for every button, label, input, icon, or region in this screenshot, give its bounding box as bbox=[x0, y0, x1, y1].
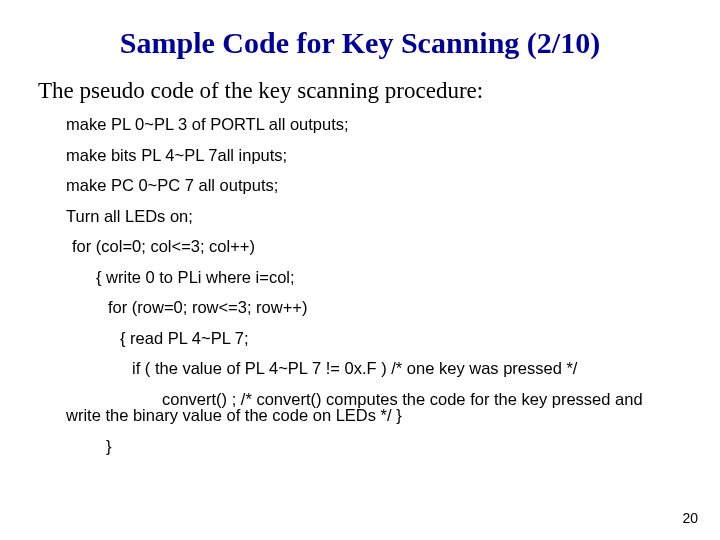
code-line: for (row=0; row<=3; row++) bbox=[66, 299, 684, 316]
code-line: { write 0 to PLi where i=col; bbox=[66, 269, 684, 286]
slide: Sample Code for Key Scanning (2/10) The … bbox=[0, 0, 720, 540]
intro-text: The pseudo code of the key scanning proc… bbox=[36, 78, 684, 104]
pseudo-code-block: make PL 0~PL 3 of PORTL all outputs; mak… bbox=[36, 116, 684, 454]
code-line: { read PL 4~PL 7; bbox=[66, 330, 684, 347]
slide-title: Sample Code for Key Scanning (2/10) bbox=[36, 26, 684, 60]
code-line: convert() ; /* convert() computes the co… bbox=[66, 391, 684, 424]
code-line: Turn all LEDs on; bbox=[66, 208, 684, 225]
code-line: make bits PL 4~PL 7all inputs; bbox=[66, 147, 684, 164]
code-line: } bbox=[66, 438, 684, 455]
page-number: 20 bbox=[682, 510, 698, 526]
code-line: make PC 0~PC 7 all outputs; bbox=[66, 177, 684, 194]
code-line: make PL 0~PL 3 of PORTL all outputs; bbox=[66, 116, 684, 133]
code-line: for (col=0; col<=3; col++) bbox=[66, 238, 684, 255]
code-line: if ( the value of PL 4~PL 7 != 0x.F ) /*… bbox=[66, 360, 684, 377]
